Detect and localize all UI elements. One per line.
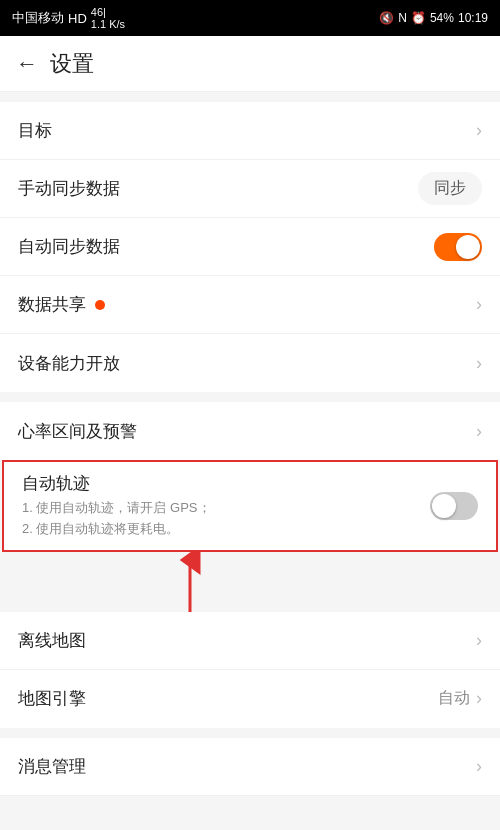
status-right: 🔇 N ⏰ 54% 10:19 (379, 11, 488, 25)
status-left: 中国移动 HD 46| 1.1 K/s (12, 6, 125, 30)
setting-item-map-engine[interactable]: 地图引擎 自动 › (0, 670, 500, 728)
alarm-icon: ⏰ (411, 11, 426, 25)
auto-track-toggle[interactable] (430, 492, 478, 520)
chevron-icon-goal: › (476, 120, 482, 141)
auto-track-text: 自动轨迹 1. 使用自动轨迹，请开启 GPS； 2. 使用自动轨迹将更耗电。 (22, 472, 211, 540)
back-button[interactable]: ← (16, 51, 38, 77)
chevron-icon-heart-rate: › (476, 421, 482, 442)
setting-item-data-share[interactable]: 数据共享 › (0, 276, 500, 334)
signal-bars: 46| 1.1 K/s (91, 6, 125, 30)
settings-list: 目标 › 手动同步数据 同步 自动同步数据 数据共享 › 设备能力开放 › 心率… (0, 92, 500, 796)
setting-label-manual-sync: 手动同步数据 (18, 177, 120, 200)
nfc-icon: N (398, 11, 407, 25)
settings-group-4: 消息管理 › (0, 738, 500, 796)
status-bar: 中国移动 HD 46| 1.1 K/s 🔇 N ⏰ 54% 10:19 (0, 0, 500, 36)
setting-item-manual-sync[interactable]: 手动同步数据 同步 (0, 160, 500, 218)
carrier: 中国移动 (12, 9, 64, 27)
setting-item-message-manage[interactable]: 消息管理 › (0, 738, 500, 796)
battery: 54% (430, 11, 454, 25)
setting-label-map-engine: 地图引擎 (18, 687, 86, 710)
auto-track-label: 自动轨迹 (22, 472, 211, 495)
chevron-icon-data-share: › (476, 294, 482, 315)
setting-label-heart-rate: 心率区间及预警 (18, 420, 137, 443)
setting-label-data-share: 数据共享 (18, 293, 105, 316)
auto-track-sub: 1. 使用自动轨迹，请开启 GPS； 2. 使用自动轨迹将更耗电。 (22, 498, 211, 540)
section-gap-3 (0, 728, 500, 738)
settings-group-1: 目标 › 手动同步数据 同步 自动同步数据 数据共享 › 设备能力开放 › (0, 102, 500, 392)
header: ← 设置 (0, 36, 500, 92)
sync-button[interactable]: 同步 (418, 172, 482, 205)
setting-label-goal: 目标 (18, 119, 52, 142)
setting-label-offline-map: 离线地图 (18, 629, 86, 652)
setting-label-message-manage: 消息管理 (18, 755, 86, 778)
section-gap-2 (0, 392, 500, 402)
settings-group-2: 心率区间及预警 › (0, 402, 500, 460)
chevron-icon-offline-map: › (476, 630, 482, 651)
page-title: 设置 (50, 49, 94, 79)
setting-item-offline-map[interactable]: 离线地图 › (0, 612, 500, 670)
chevron-icon-map-engine: › (476, 688, 482, 709)
setting-label-auto-sync: 自动同步数据 (18, 235, 120, 258)
setting-item-device-open[interactable]: 设备能力开放 › (0, 334, 500, 392)
do-not-disturb-icon: 🔇 (379, 11, 394, 25)
map-engine-right: 自动 › (438, 688, 482, 709)
network-type: HD (68, 11, 87, 26)
map-engine-value: 自动 (438, 688, 470, 709)
setting-item-auto-track[interactable]: 自动轨迹 1. 使用自动轨迹，请开启 GPS； 2. 使用自动轨迹将更耗电。 (2, 460, 498, 552)
setting-item-heart-rate[interactable]: 心率区间及预警 › (0, 402, 500, 460)
arrow-container (0, 552, 500, 612)
setting-item-auto-sync[interactable]: 自动同步数据 (0, 218, 500, 276)
chevron-icon-device-open: › (476, 353, 482, 374)
dot-indicator (95, 300, 105, 310)
chevron-icon-message-manage: › (476, 756, 482, 777)
auto-sync-toggle[interactable] (434, 233, 482, 261)
section-gap-1 (0, 92, 500, 102)
setting-label-device-open: 设备能力开放 (18, 352, 120, 375)
settings-group-3: 离线地图 › 地图引擎 自动 › (0, 612, 500, 728)
red-arrow-icon (160, 552, 220, 612)
setting-item-goal[interactable]: 目标 › (0, 102, 500, 160)
time: 10:19 (458, 11, 488, 25)
